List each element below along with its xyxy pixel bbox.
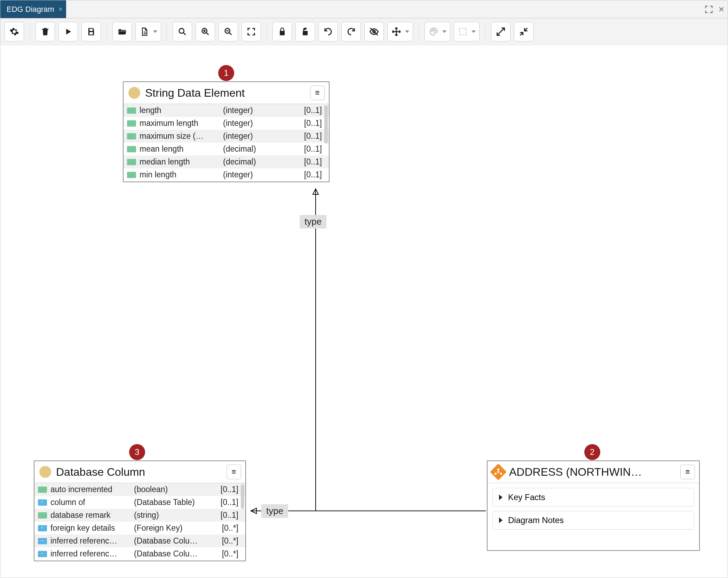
property-row[interactable]: min length(integer)[0..1] bbox=[124, 168, 329, 181]
node-menu-button[interactable]: ≡ bbox=[310, 86, 325, 100]
close-panel-icon[interactable]: × bbox=[719, 4, 724, 15]
reference-icon bbox=[38, 525, 47, 531]
toolbar-separator bbox=[267, 24, 267, 39]
property-type: (integer) bbox=[223, 119, 279, 128]
property-row[interactable]: mean length(decimal)[0..1] bbox=[124, 143, 329, 155]
close-icon[interactable]: × bbox=[58, 5, 63, 13]
section-diagram-notes[interactable]: Diagram Notes bbox=[492, 511, 694, 530]
move-button[interactable] bbox=[387, 22, 413, 41]
edge-label-type: type bbox=[300, 215, 326, 228]
property-type: (string) bbox=[134, 511, 214, 520]
export-button[interactable] bbox=[135, 22, 161, 41]
diagram-canvas[interactable]: type type 1 String Data Element ≡ length… bbox=[0, 45, 728, 577]
badge-1: 1 bbox=[218, 65, 234, 81]
settings-button[interactable] bbox=[5, 22, 24, 41]
property-type: (integer) bbox=[223, 131, 279, 141]
node-title: ADDRESS (NORTHWIN… bbox=[509, 466, 675, 479]
property-row[interactable]: foreign key details(Foreign Key)[0..*] bbox=[34, 522, 245, 535]
property-cardinality: [0..1] bbox=[304, 144, 322, 154]
badge-3: 3 bbox=[129, 444, 145, 460]
palette-button[interactable] bbox=[425, 22, 450, 41]
property-row[interactable]: column of(Database Table)[0..1] bbox=[34, 496, 245, 509]
zoom-in-button[interactable] bbox=[196, 22, 215, 41]
toolbar-separator bbox=[419, 24, 419, 39]
fit-button[interactable] bbox=[242, 22, 261, 41]
scrollbar[interactable] bbox=[241, 484, 244, 509]
datatype-icon bbox=[127, 146, 136, 152]
property-type: (Database Table) bbox=[134, 498, 214, 507]
property-name: foreign key details bbox=[50, 523, 130, 533]
toolbar-separator bbox=[106, 24, 107, 39]
undo-button[interactable] bbox=[318, 22, 338, 41]
search-button[interactable] bbox=[173, 22, 192, 41]
property-row[interactable]: database remark(string)[0..1] bbox=[34, 509, 245, 522]
property-cardinality: [0..*] bbox=[222, 523, 238, 533]
reference-icon bbox=[38, 499, 47, 506]
reference-icon bbox=[38, 538, 47, 544]
scrollbar[interactable] bbox=[324, 105, 328, 144]
property-cardinality: [0..1] bbox=[304, 106, 322, 115]
node-string-data-element[interactable]: String Data Element ≡ length(integer)[0.… bbox=[123, 81, 330, 182]
node-body: length(integer)[0..1]maximum length(inte… bbox=[124, 104, 329, 181]
section-label: Diagram Notes bbox=[508, 515, 564, 525]
property-row[interactable]: inferred referenc…(Database Colu…[0..*] bbox=[34, 547, 245, 560]
svg-rect-7 bbox=[460, 29, 466, 35]
property-cardinality: [0..*] bbox=[222, 549, 238, 559]
toolbar-separator bbox=[485, 24, 485, 39]
property-row[interactable]: inferred referenc…(Database Colu…[0..*] bbox=[34, 535, 245, 547]
property-cardinality: [0..1] bbox=[304, 170, 322, 179]
datatype-icon bbox=[127, 120, 136, 127]
delete-button[interactable] bbox=[35, 22, 55, 41]
tab-label: EDG Diagram bbox=[7, 5, 54, 14]
zoom-out-button[interactable] bbox=[219, 22, 238, 41]
instance-icon bbox=[492, 466, 504, 478]
svg-point-4 bbox=[432, 30, 433, 31]
section-key-facts[interactable]: Key Facts bbox=[492, 488, 694, 507]
property-row[interactable]: length(integer)[0..1] bbox=[124, 104, 329, 117]
marquee-button[interactable] bbox=[454, 22, 480, 41]
property-type: (Database Colu… bbox=[134, 549, 214, 559]
redo-button[interactable] bbox=[341, 22, 361, 41]
node-menu-button[interactable]: ≡ bbox=[227, 465, 241, 479]
collapse-button[interactable] bbox=[514, 22, 533, 41]
node-database-column[interactable]: Database Column ≡ auto incremented(boole… bbox=[34, 460, 246, 561]
expand-button[interactable] bbox=[491, 22, 511, 41]
node-address[interactable]: ADDRESS (NORTHWIN… ≡ Key FactsDiagram No… bbox=[487, 460, 700, 551]
property-name: inferred referenc… bbox=[50, 536, 130, 546]
node-title: Database Column bbox=[56, 466, 222, 479]
svg-point-0 bbox=[179, 29, 184, 33]
tab-edg-diagram[interactable]: EDG Diagram × bbox=[0, 0, 66, 18]
class-icon bbox=[39, 466, 51, 478]
property-type: (decimal) bbox=[223, 157, 279, 167]
open-button[interactable] bbox=[112, 22, 132, 41]
node-menu-button[interactable]: ≡ bbox=[680, 465, 695, 479]
node-header: String Data Element ≡ bbox=[124, 82, 329, 104]
unlock-button[interactable] bbox=[295, 22, 315, 41]
property-row[interactable]: median length(decimal)[0..1] bbox=[124, 155, 329, 168]
property-name: inferred referenc… bbox=[50, 549, 130, 559]
save-button[interactable] bbox=[81, 22, 101, 41]
property-type: (Foreign Key) bbox=[134, 523, 214, 533]
property-cardinality: [0..*] bbox=[222, 536, 238, 546]
hide-button[interactable] bbox=[364, 22, 384, 41]
property-name: length bbox=[140, 106, 220, 115]
property-cardinality: [0..1] bbox=[221, 485, 238, 494]
window-controls: × bbox=[704, 0, 724, 18]
property-type: (decimal) bbox=[223, 144, 279, 154]
property-type: (Database Colu… bbox=[134, 536, 214, 546]
datatype-icon bbox=[127, 107, 136, 114]
lock-button[interactable] bbox=[272, 22, 292, 41]
node-body: Key FactsDiagram Notes bbox=[488, 483, 699, 537]
maximize-icon[interactable] bbox=[704, 5, 714, 14]
property-row[interactable]: maximum length(integer)[0..1] bbox=[124, 117, 329, 130]
property-row[interactable]: auto incremented(boolean)[0..1] bbox=[34, 483, 245, 496]
property-name: database remark bbox=[50, 511, 130, 520]
node-header: ADDRESS (NORTHWIN… ≡ bbox=[488, 461, 699, 483]
play-button[interactable] bbox=[58, 22, 78, 41]
property-name: maximum length bbox=[140, 119, 220, 128]
datatype-icon bbox=[38, 512, 47, 519]
datatype-icon bbox=[127, 133, 136, 139]
toolbar bbox=[0, 18, 728, 45]
property-row[interactable]: maximum size (…(integer)[0..1] bbox=[124, 130, 329, 143]
property-name: min length bbox=[140, 170, 220, 179]
